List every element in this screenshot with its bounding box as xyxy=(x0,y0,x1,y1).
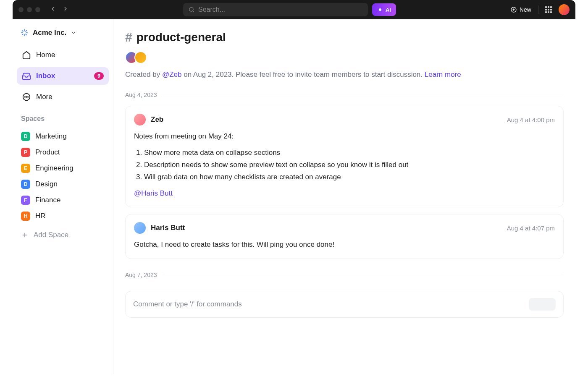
svg-point-17 xyxy=(28,97,29,97)
window-controls[interactable] xyxy=(18,7,40,12)
ai-label: AI xyxy=(386,7,391,13)
svg-point-0 xyxy=(189,8,193,11)
space-badge: D xyxy=(21,180,30,189)
comment-input[interactable] xyxy=(133,300,529,308)
space-label: Design xyxy=(35,180,58,188)
date-separator: Aug 7, 2023 xyxy=(125,272,564,278)
nav-forward-icon[interactable] xyxy=(62,5,69,14)
svg-line-13 xyxy=(22,34,23,35)
message-card: Zeb Aug 4 at 4:00 pm Notes from meeting … xyxy=(125,106,564,207)
workspace-logo-icon xyxy=(20,29,29,37)
list-item: Show more meta data on collapse sections xyxy=(144,147,555,159)
more-icon xyxy=(22,92,31,102)
svg-point-15 xyxy=(24,97,25,97)
search-input[interactable]: Search... xyxy=(183,3,368,16)
space-badge: E xyxy=(21,164,30,173)
channel-header: # product-general xyxy=(125,30,564,44)
message-card: Haris Butt Aug 4 at 4:07 pm Gotcha, I ne… xyxy=(125,214,564,259)
chevron-down-icon xyxy=(71,30,76,36)
user-avatar[interactable] xyxy=(559,4,570,15)
channel-name: product-general xyxy=(136,31,226,44)
titlebar: Search... AI New xyxy=(13,0,575,19)
add-space-button[interactable]: Add Space xyxy=(17,227,109,243)
date-label: Aug 7, 2023 xyxy=(125,272,157,278)
creator-mention[interactable]: @Zeb xyxy=(162,71,182,78)
message-body: Gotcha, I need to create tasks for this.… xyxy=(134,239,555,251)
space-badge: P xyxy=(21,148,30,157)
svg-line-1 xyxy=(193,11,194,12)
sidebar-item-label: More xyxy=(36,93,52,101)
svg-line-12 xyxy=(26,31,26,31)
message-time: Aug 4 at 4:07 pm xyxy=(507,225,555,232)
sidebar-space-product[interactable]: PProduct xyxy=(17,144,109,160)
list-item: Will grab data on how many checklists ar… xyxy=(144,171,555,183)
sidebar-space-engineering[interactable]: EEngineering xyxy=(17,160,109,176)
author-name: Haris Butt xyxy=(151,224,185,232)
sidebar-space-design[interactable]: DDesign xyxy=(17,176,109,192)
main-content: # product-general Created by @Zeb on Aug… xyxy=(113,19,575,374)
plus-icon xyxy=(21,231,29,239)
nav-back-icon[interactable] xyxy=(50,5,56,14)
workspace-name: Acme Inc. xyxy=(33,29,66,37)
channel-members[interactable] xyxy=(125,51,564,64)
author-name: Zeb xyxy=(151,115,163,124)
space-label: Product xyxy=(35,148,60,157)
author-avatar[interactable] xyxy=(134,114,146,125)
hash-icon: # xyxy=(125,30,132,44)
svg-line-10 xyxy=(22,31,23,31)
divider xyxy=(538,5,538,14)
svg-point-2 xyxy=(379,8,381,11)
learn-more-link[interactable]: Learn more xyxy=(425,71,461,78)
send-button[interactable] xyxy=(529,298,556,311)
ai-icon xyxy=(377,7,383,13)
channel-meta: Created by @Zeb on Aug 2, 2023. Please f… xyxy=(125,71,564,79)
search-icon xyxy=(188,6,195,13)
sidebar: Acme Inc. Home Inbox 9 More Spaces DMark… xyxy=(13,19,113,374)
member-avatar xyxy=(134,51,147,64)
sidebar-item-home[interactable]: Home xyxy=(17,46,109,64)
space-label: HR xyxy=(35,212,46,220)
svg-line-11 xyxy=(26,34,26,35)
plus-circle-icon xyxy=(510,6,517,13)
sidebar-space-finance[interactable]: FFinance xyxy=(17,192,109,208)
inbox-icon xyxy=(22,71,31,81)
list-item: Description needs to show some preview t… xyxy=(144,159,555,171)
sidebar-item-label: Home xyxy=(36,51,55,59)
sidebar-item-label: Inbox xyxy=(36,72,55,80)
author-avatar[interactable] xyxy=(134,222,146,234)
new-button[interactable]: New xyxy=(510,6,531,13)
message-text: Notes from meeting on May 24: xyxy=(134,131,555,143)
message-time: Aug 4 at 4:00 pm xyxy=(507,116,555,123)
space-label: Engineering xyxy=(35,164,74,172)
ai-button[interactable]: AI xyxy=(372,3,396,16)
message-text: Gotcha, I need to create tasks for this.… xyxy=(134,239,555,251)
sidebar-item-more[interactable]: More xyxy=(17,88,109,106)
spaces-heading: Spaces xyxy=(17,109,109,125)
space-label: Marketing xyxy=(35,132,67,141)
user-mention[interactable]: @Haris Butt xyxy=(134,189,173,197)
message-body: Notes from meeting on May 24: Show more … xyxy=(134,131,555,199)
add-space-label: Add Space xyxy=(34,231,68,239)
space-badge: D xyxy=(21,132,30,141)
space-badge: H xyxy=(21,212,30,221)
inbox-badge: 9 xyxy=(94,72,104,80)
new-label: New xyxy=(520,6,531,13)
sidebar-space-hr[interactable]: HHR xyxy=(17,208,109,224)
sidebar-space-marketing[interactable]: DMarketing xyxy=(17,128,109,144)
space-badge: F xyxy=(21,196,30,205)
sidebar-item-inbox[interactable]: Inbox 9 xyxy=(17,67,109,85)
comment-composer[interactable] xyxy=(125,291,564,318)
space-label: Finance xyxy=(35,196,60,204)
search-placeholder: Search... xyxy=(198,6,225,13)
date-separator: Aug 4, 2023 xyxy=(125,91,564,98)
workspace-switcher[interactable]: Acme Inc. xyxy=(17,25,109,43)
svg-point-16 xyxy=(26,97,27,97)
home-icon xyxy=(22,50,31,60)
apps-grid-icon[interactable] xyxy=(545,6,552,13)
date-label: Aug 4, 2023 xyxy=(125,91,157,98)
